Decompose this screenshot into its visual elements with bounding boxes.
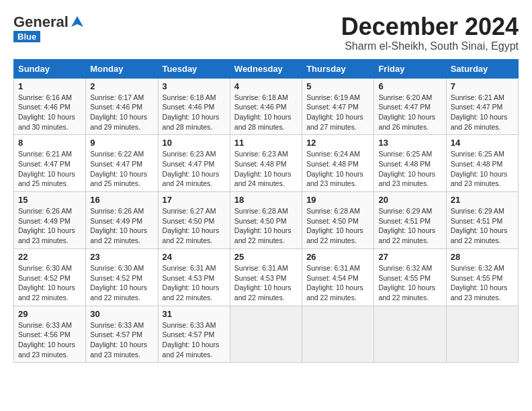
day-cell: 31Sunrise: 6:33 AM Sunset: 4:57 PM Dayli… [158, 306, 230, 363]
day-cell: 22Sunrise: 6:30 AM Sunset: 4:52 PM Dayli… [14, 248, 86, 306]
calendar-table: SundayMondayTuesdayWednesdayThursdayFrid… [13, 59, 519, 363]
day-info: Sunrise: 6:26 AM Sunset: 4:49 PM Dayligh… [90, 206, 153, 246]
day-cell: 14Sunrise: 6:25 AM Sunset: 4:48 PM Dayli… [446, 135, 518, 192]
month-title: December 2024 [341, 13, 519, 40]
day-cell [446, 306, 518, 363]
day-number: 16 [90, 195, 153, 205]
day-info: Sunrise: 6:18 AM Sunset: 4:46 PM Dayligh… [163, 93, 226, 132]
logo: General Blue [13, 13, 85, 42]
day-cell: 18Sunrise: 6:28 AM Sunset: 4:50 PM Dayli… [230, 192, 302, 249]
day-cell: 4Sunrise: 6:18 AM Sunset: 4:46 PM Daylig… [230, 78, 302, 135]
header-row: SundayMondayTuesdayWednesdayThursdayFrid… [14, 59, 519, 78]
day-cell: 8Sunrise: 6:21 AM Sunset: 4:47 PM Daylig… [14, 135, 86, 192]
day-number: 29 [18, 309, 81, 319]
day-cell: 12Sunrise: 6:24 AM Sunset: 4:48 PM Dayli… [302, 135, 374, 192]
day-number: 4 [234, 81, 298, 91]
day-cell: 29Sunrise: 6:33 AM Sunset: 4:56 PM Dayli… [14, 306, 86, 363]
day-cell: 15Sunrise: 6:26 AM Sunset: 4:49 PM Dayli… [14, 192, 86, 249]
day-number: 25 [234, 252, 298, 262]
day-info: Sunrise: 6:29 AM Sunset: 4:51 PM Dayligh… [378, 206, 441, 246]
week-row-3: 15Sunrise: 6:26 AM Sunset: 4:49 PM Dayli… [14, 192, 519, 249]
header-col-tuesday: Tuesday [158, 59, 230, 78]
calendar-body: 1Sunrise: 6:16 AM Sunset: 4:46 PM Daylig… [14, 78, 519, 363]
day-info: Sunrise: 6:31 AM Sunset: 4:54 PM Dayligh… [306, 263, 369, 303]
day-cell: 21Sunrise: 6:29 AM Sunset: 4:51 PM Dayli… [446, 192, 518, 249]
day-info: Sunrise: 6:25 AM Sunset: 4:48 PM Dayligh… [451, 149, 514, 189]
day-number: 11 [234, 138, 298, 148]
day-info: Sunrise: 6:28 AM Sunset: 4:50 PM Dayligh… [306, 206, 369, 246]
day-info: Sunrise: 6:16 AM Sunset: 4:46 PM Dayligh… [18, 93, 81, 132]
day-cell: 28Sunrise: 6:32 AM Sunset: 4:55 PM Dayli… [446, 248, 518, 306]
day-number: 6 [378, 81, 441, 91]
day-cell: 30Sunrise: 6:33 AM Sunset: 4:57 PM Dayli… [86, 306, 158, 363]
day-number: 10 [163, 138, 226, 148]
day-number: 18 [234, 195, 298, 205]
day-info: Sunrise: 6:26 AM Sunset: 4:49 PM Dayligh… [18, 206, 81, 246]
day-number: 27 [378, 252, 441, 262]
day-cell: 20Sunrise: 6:29 AM Sunset: 4:51 PM Dayli… [374, 192, 446, 249]
day-number: 26 [306, 252, 369, 262]
day-number: 9 [90, 138, 153, 148]
day-info: Sunrise: 6:21 AM Sunset: 4:47 PM Dayligh… [451, 93, 514, 132]
day-info: Sunrise: 6:23 AM Sunset: 4:47 PM Dayligh… [163, 149, 226, 189]
day-cell: 2Sunrise: 6:17 AM Sunset: 4:46 PM Daylig… [86, 78, 158, 135]
day-cell: 5Sunrise: 6:19 AM Sunset: 4:47 PM Daylig… [302, 78, 374, 135]
day-info: Sunrise: 6:22 AM Sunset: 4:47 PM Dayligh… [90, 149, 153, 189]
day-info: Sunrise: 6:25 AM Sunset: 4:48 PM Dayligh… [378, 149, 441, 189]
day-cell: 7Sunrise: 6:21 AM Sunset: 4:47 PM Daylig… [446, 78, 518, 135]
day-info: Sunrise: 6:32 AM Sunset: 4:55 PM Dayligh… [378, 263, 441, 303]
day-info: Sunrise: 6:33 AM Sunset: 4:57 PM Dayligh… [163, 320, 226, 360]
day-number: 12 [306, 138, 369, 148]
header-col-wednesday: Wednesday [230, 59, 302, 78]
day-number: 7 [451, 81, 514, 91]
day-cell: 23Sunrise: 6:30 AM Sunset: 4:52 PM Dayli… [86, 248, 158, 306]
day-number: 13 [378, 138, 441, 148]
day-number: 21 [451, 195, 514, 205]
svg-marker-0 [71, 16, 83, 27]
day-cell: 6Sunrise: 6:20 AM Sunset: 4:47 PM Daylig… [374, 78, 446, 135]
day-number: 5 [306, 81, 369, 91]
header-col-thursday: Thursday [302, 59, 374, 78]
week-row-2: 8Sunrise: 6:21 AM Sunset: 4:47 PM Daylig… [14, 135, 519, 192]
day-cell [230, 306, 302, 363]
day-info: Sunrise: 6:17 AM Sunset: 4:46 PM Dayligh… [90, 93, 153, 132]
day-info: Sunrise: 6:32 AM Sunset: 4:55 PM Dayligh… [451, 263, 514, 303]
day-cell: 25Sunrise: 6:31 AM Sunset: 4:53 PM Dayli… [230, 248, 302, 306]
day-number: 31 [163, 309, 226, 319]
day-cell: 13Sunrise: 6:25 AM Sunset: 4:48 PM Dayli… [374, 135, 446, 192]
day-cell: 9Sunrise: 6:22 AM Sunset: 4:47 PM Daylig… [86, 135, 158, 192]
day-info: Sunrise: 6:33 AM Sunset: 4:56 PM Dayligh… [18, 320, 81, 360]
day-info: Sunrise: 6:29 AM Sunset: 4:51 PM Dayligh… [451, 206, 514, 246]
header-col-sunday: Sunday [14, 59, 86, 78]
day-number: 8 [18, 138, 81, 148]
day-number: 20 [378, 195, 441, 205]
day-number: 3 [163, 81, 226, 91]
location: Sharm el-Sheikh, South Sinai, Egypt [341, 40, 519, 52]
day-number: 28 [451, 252, 514, 262]
day-info: Sunrise: 6:24 AM Sunset: 4:48 PM Dayligh… [306, 149, 369, 189]
day-cell: 3Sunrise: 6:18 AM Sunset: 4:46 PM Daylig… [158, 78, 230, 135]
day-info: Sunrise: 6:19 AM Sunset: 4:47 PM Dayligh… [306, 93, 369, 132]
header-col-friday: Friday [374, 59, 446, 78]
day-number: 17 [163, 195, 226, 205]
header-col-saturday: Saturday [446, 59, 518, 78]
day-info: Sunrise: 6:27 AM Sunset: 4:50 PM Dayligh… [163, 206, 226, 246]
week-row-1: 1Sunrise: 6:16 AM Sunset: 4:46 PM Daylig… [14, 78, 519, 135]
day-cell: 19Sunrise: 6:28 AM Sunset: 4:50 PM Dayli… [302, 192, 374, 249]
week-row-4: 22Sunrise: 6:30 AM Sunset: 4:52 PM Dayli… [14, 248, 519, 306]
day-number: 22 [18, 252, 81, 262]
week-row-5: 29Sunrise: 6:33 AM Sunset: 4:56 PM Dayli… [14, 306, 519, 363]
day-cell: 1Sunrise: 6:16 AM Sunset: 4:46 PM Daylig… [14, 78, 86, 135]
title-block: December 2024 Sharm el-Sheikh, South Sin… [341, 13, 519, 52]
day-info: Sunrise: 6:28 AM Sunset: 4:50 PM Dayligh… [234, 206, 298, 246]
day-info: Sunrise: 6:31 AM Sunset: 4:53 PM Dayligh… [163, 263, 226, 303]
day-info: Sunrise: 6:33 AM Sunset: 4:57 PM Dayligh… [90, 320, 153, 360]
day-info: Sunrise: 6:23 AM Sunset: 4:48 PM Dayligh… [234, 149, 298, 189]
day-info: Sunrise: 6:21 AM Sunset: 4:47 PM Dayligh… [18, 149, 81, 189]
day-info: Sunrise: 6:18 AM Sunset: 4:46 PM Dayligh… [234, 93, 298, 132]
logo-general-text: General [13, 13, 69, 31]
day-cell: 27Sunrise: 6:32 AM Sunset: 4:55 PM Dayli… [374, 248, 446, 306]
day-cell: 10Sunrise: 6:23 AM Sunset: 4:47 PM Dayli… [158, 135, 230, 192]
logo-blue-text: Blue [13, 31, 40, 42]
day-cell [302, 306, 374, 363]
